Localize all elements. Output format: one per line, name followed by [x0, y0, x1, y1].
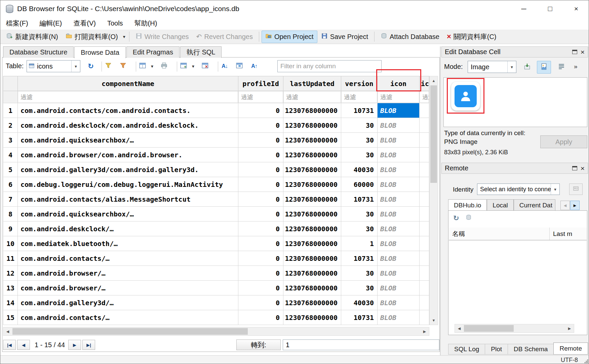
refresh-button[interactable]: ↻	[85, 60, 96, 72]
save-results-button[interactable]	[137, 60, 148, 72]
filter-version[interactable]: 過濾	[341, 91, 378, 103]
column-header-icon[interactable]: icon	[378, 76, 420, 91]
menu-view[interactable]: 查看(V)	[68, 17, 102, 30]
first-record-button[interactable]: |◀	[3, 340, 16, 350]
cell-componentName[interactable]: com.android.browser/…	[18, 281, 238, 295]
apply-button[interactable]: Apply	[540, 135, 587, 148]
filter-profileId[interactable]: 過濾	[238, 91, 283, 103]
row-number[interactable]: 10	[3, 236, 18, 251]
last-record-button[interactable]: ▶|	[82, 340, 95, 350]
table-row[interactable]: 7 com.android.contacts/alias.MessageShor…	[3, 192, 429, 207]
mode-selector[interactable]: Image ▾	[468, 61, 516, 73]
row-number[interactable]: 7	[3, 192, 18, 207]
dock-tab-sql-log[interactable]: SQL Log	[448, 344, 485, 355]
cell-componentName[interactable]: com.mediatek.bluetooth/…	[18, 236, 238, 251]
cell-version[interactable]: 40030	[341, 162, 378, 177]
column-header-componentName[interactable]: componentName	[18, 76, 238, 91]
save-project-button[interactable]: Save Project	[317, 31, 372, 43]
scroll-up-button[interactable]: ▲	[430, 76, 438, 85]
cell-profileId[interactable]: 0	[238, 221, 283, 236]
cell-version[interactable]: 60000	[341, 177, 378, 192]
table-row[interactable]: 2 com.android.deskclock/com.android.desk…	[3, 118, 429, 133]
cell-icon[interactable]: BLOB	[378, 148, 420, 162]
row-number[interactable]: 13	[3, 281, 18, 295]
cell-profileId[interactable]: 0	[238, 133, 283, 148]
cell-componentName[interactable]: com.android.gallery3d/com.android.galler…	[18, 162, 238, 177]
cell-profileId[interactable]: 0	[238, 266, 283, 281]
row-number[interactable]: 4	[3, 148, 18, 162]
cell-version[interactable]: 30	[341, 221, 378, 236]
identity-selector[interactable]: Select an identity to conne ▾	[477, 184, 560, 195]
row-number[interactable]: 6	[3, 177, 18, 192]
filter-icon[interactable]: 過濾	[378, 91, 420, 103]
vertical-scroll-thumb[interactable]	[430, 85, 437, 183]
cell-profileId[interactable]: 0	[238, 295, 283, 310]
tab-edit-pragmas[interactable]: Edit Pragmas	[126, 46, 180, 58]
identity-settings-button[interactable]	[569, 184, 583, 195]
close-database-button[interactable]: × 關閉資料庫(C)	[443, 30, 500, 43]
menu-help[interactable]: 幫助(H)	[129, 17, 163, 30]
table-row[interactable]: 15 com.android.contacts/… 0 123076800000…	[3, 310, 429, 325]
cell-profileId[interactable]: 0	[238, 103, 283, 118]
row-number[interactable]: 2	[3, 118, 18, 133]
image-view-button[interactable]	[537, 61, 551, 74]
scroll-down-button[interactable]: ▼	[430, 316, 438, 325]
vertical-scrollbar[interactable]: ▲ ▼	[429, 76, 438, 325]
cell-componentName[interactable]: com.android.browser/com.android.browser.	[18, 148, 238, 162]
goto-cell-button[interactable]	[234, 60, 245, 72]
sort-desc-button[interactable]: A↑	[248, 60, 260, 72]
column-header-partial[interactable]: ic	[420, 76, 429, 91]
cell-componentName[interactable]: com.android.contacts/…	[18, 251, 238, 266]
table-row[interactable]: 13 com.android.browser/… 0 1230768000000…	[3, 281, 429, 295]
cell-version[interactable]: 30	[341, 148, 378, 162]
cell-lastUpdated[interactable]: 1230768000000	[283, 221, 341, 236]
remote-tab-current-database[interactable]: Current Dat	[514, 199, 555, 211]
remote-horizontal-scrollbar[interactable]: ◀ ▶	[455, 324, 574, 333]
scroll-left-button[interactable]: ◀	[3, 327, 12, 335]
dock-float-icon[interactable]	[572, 50, 577, 54]
remote-scroll-thumb[interactable]	[464, 325, 514, 332]
remote-column-name[interactable]: 名稱	[449, 228, 550, 240]
edit-cell-overflow-button[interactable]: »	[574, 63, 578, 70]
dock-close-icon[interactable]: ×	[581, 48, 585, 55]
delete-record-button[interactable]: ×	[199, 60, 211, 72]
prev-record-button[interactable]: ◀	[17, 340, 30, 350]
cell-version[interactable]: 10731	[341, 192, 378, 207]
cell-componentName[interactable]: com.android.deskclock/…	[18, 221, 238, 236]
cell-componentName[interactable]: com.android.browser/…	[18, 266, 238, 281]
cell-profileId[interactable]: 0	[238, 192, 283, 207]
cell-version[interactable]: 40030	[341, 295, 378, 310]
cell-lastUpdated[interactable]: 1230768000000	[283, 251, 341, 266]
cell-version[interactable]: 30	[341, 266, 378, 281]
row-number[interactable]: 9	[3, 221, 18, 236]
scroll-right-button[interactable]: ▶	[420, 327, 429, 335]
cell-lastUpdated[interactable]: 1230768000000	[283, 192, 341, 207]
text-view-button[interactable]	[554, 61, 568, 74]
dock-float-icon[interactable]	[572, 166, 577, 170]
filter-partial[interactable]: 過濾	[420, 91, 429, 103]
print-button[interactable]	[158, 60, 170, 72]
cell-componentName[interactable]: com.android.deskclock/com.android.deskcl…	[18, 118, 238, 133]
identity-selector-arrow[interactable]: ▾	[551, 184, 559, 195]
remote-clone-db-icon[interactable]	[465, 214, 472, 222]
cell-componentName[interactable]: com.android.contacts/alias.MessageShortc…	[18, 192, 238, 207]
maximize-button[interactable]: □	[537, 0, 563, 17]
global-filter-input[interactable]	[277, 60, 382, 72]
goto-input[interactable]	[283, 339, 439, 350]
cell-lastUpdated[interactable]: 1230768000000	[283, 236, 341, 251]
cell-lastUpdated[interactable]: 1230768000000	[283, 148, 341, 162]
dock-tab-plot[interactable]: Plot	[485, 344, 508, 355]
cell-profileId[interactable]: 0	[238, 236, 283, 251]
remote-column-last-modified[interactable]: Last m	[550, 228, 587, 240]
attach-database-button[interactable]: Attach Database	[377, 31, 443, 43]
cell-icon[interactable]: BLOB	[378, 310, 420, 325]
goto-button[interactable]: 轉到:	[236, 339, 281, 350]
insert-record-button[interactable]: +	[178, 60, 189, 72]
dock-close-icon[interactable]: ×	[581, 165, 585, 172]
remote-table-body[interactable]	[449, 241, 587, 323]
row-number[interactable]: 11	[3, 251, 18, 266]
cell-componentName[interactable]: com.android.gallery3d/…	[18, 295, 238, 310]
cell-lastUpdated[interactable]: 1230768000000	[283, 162, 341, 177]
table-selector-arrow[interactable]: ▾	[71, 60, 80, 72]
cell-icon[interactable]: BLOB	[378, 236, 420, 251]
